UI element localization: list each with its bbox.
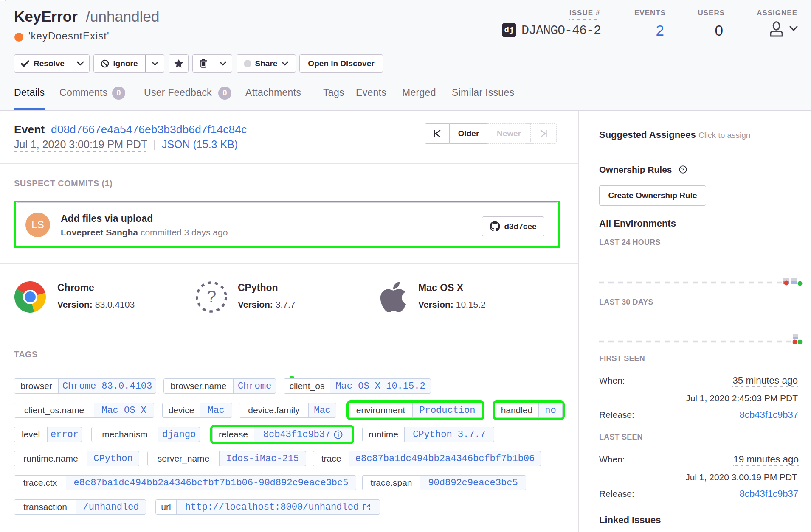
svg-text:?: ? [207,287,216,306]
svg-text:?: ? [681,167,684,173]
